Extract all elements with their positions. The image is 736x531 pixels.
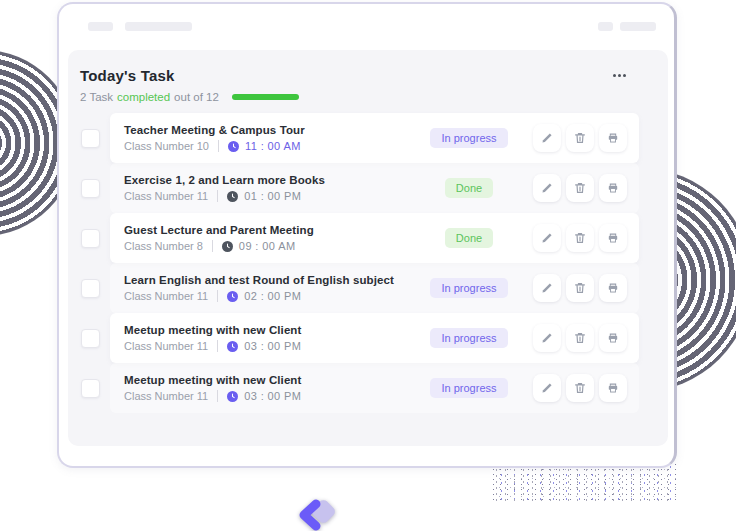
divider: [217, 340, 218, 352]
brand-logo-icon: [296, 498, 342, 531]
task-class: Class Number 11: [124, 390, 208, 402]
skeleton-bar: [598, 22, 613, 31]
print-button[interactable]: [599, 224, 627, 252]
divider: [217, 390, 218, 402]
edit-button[interactable]: [533, 274, 561, 302]
task-class: Class Number 10: [124, 140, 209, 152]
app-card: Today's Task 2 Task completed out of 12 …: [57, 2, 677, 468]
task-checkbox[interactable]: [81, 379, 100, 398]
task-class: Class Number 11: [124, 290, 208, 302]
task-title: Exercise 1, 2 and Learn more Books: [124, 174, 419, 186]
task-time: 01 : 00 PM: [244, 190, 301, 202]
task-checkbox[interactable]: [81, 329, 100, 348]
divider: [212, 240, 213, 252]
task-class: Class Number 11: [124, 190, 208, 202]
task-row: Exercise 1, 2 and Learn more Books Class…: [68, 163, 668, 213]
status-badge: In progress: [430, 328, 507, 348]
page-title: Today's Task: [80, 67, 652, 84]
edit-button[interactable]: [533, 224, 561, 252]
task-title: Meetup meeting with new Client: [124, 374, 419, 386]
summary-total: out of 12: [174, 91, 219, 103]
print-button[interactable]: [599, 324, 627, 352]
summary-completed: completed: [117, 91, 170, 103]
more-menu-icon[interactable]: [613, 74, 626, 77]
task-title: Learn English and test Round of English …: [124, 274, 419, 286]
task-time: 09 : 00 AM: [239, 240, 296, 252]
delete-button[interactable]: [566, 174, 594, 202]
task-checkbox[interactable]: [81, 129, 100, 148]
task-summary: 2 Task completed out of 12: [80, 91, 668, 103]
task-class: Class Number 8: [124, 240, 203, 252]
task-time: 03 : 00 PM: [244, 340, 301, 352]
status-badge: Done: [445, 178, 493, 198]
progress-bar: [232, 94, 299, 100]
clock-icon: [227, 291, 238, 302]
print-button[interactable]: [599, 124, 627, 152]
clock-icon: [227, 391, 238, 402]
divider: [218, 140, 219, 152]
task-row: Guest Lecture and Parent Meeting Class N…: [68, 213, 668, 263]
tasks-panel: Today's Task 2 Task completed out of 12 …: [68, 50, 668, 446]
task-row: Learn English and test Round of English …: [68, 263, 668, 313]
task-checkbox[interactable]: [81, 279, 100, 298]
task-row: Meetup meeting with new Client Class Num…: [68, 313, 668, 363]
clock-icon: [227, 341, 238, 352]
task-row: Meetup meeting with new Client Class Num…: [68, 363, 668, 413]
task-row: Teacher Meeting & Campus Tour Class Numb…: [68, 113, 668, 163]
delete-button[interactable]: [566, 374, 594, 402]
skeleton-bar: [88, 22, 113, 31]
task-list: Teacher Meeting & Campus Tour Class Numb…: [68, 113, 668, 413]
edit-button[interactable]: [533, 374, 561, 402]
divider: [217, 190, 218, 202]
delete-button[interactable]: [566, 224, 594, 252]
clock-icon: [228, 141, 239, 152]
delete-button[interactable]: [566, 274, 594, 302]
status-badge: In progress: [430, 128, 507, 148]
divider: [217, 290, 218, 302]
edit-button[interactable]: [533, 324, 561, 352]
skeleton-bar: [620, 22, 656, 31]
task-time: 03 : 00 PM: [244, 390, 301, 402]
skeleton-bar: [125, 22, 192, 31]
task-time: 11 : 00 AM: [245, 140, 301, 152]
status-badge: In progress: [430, 378, 507, 398]
task-title: Guest Lecture and Parent Meeting: [124, 224, 419, 236]
delete-button[interactable]: [566, 124, 594, 152]
clock-icon: [227, 191, 238, 202]
task-title: Meetup meeting with new Client: [124, 324, 419, 336]
task-title: Teacher Meeting & Campus Tour: [124, 124, 419, 136]
print-button[interactable]: [599, 174, 627, 202]
task-checkbox[interactable]: [81, 179, 100, 198]
edit-button[interactable]: [533, 174, 561, 202]
print-button[interactable]: [599, 274, 627, 302]
task-class: Class Number 11: [124, 340, 208, 352]
clock-icon: [222, 241, 233, 252]
status-badge: Done: [445, 228, 493, 248]
delete-button[interactable]: [566, 324, 594, 352]
task-time: 02 : 00 PM: [244, 290, 301, 302]
edit-button[interactable]: [533, 124, 561, 152]
task-checkbox[interactable]: [81, 229, 100, 248]
status-badge: In progress: [430, 278, 507, 298]
print-button[interactable]: [599, 374, 627, 402]
summary-count: 2 Task: [80, 91, 113, 103]
